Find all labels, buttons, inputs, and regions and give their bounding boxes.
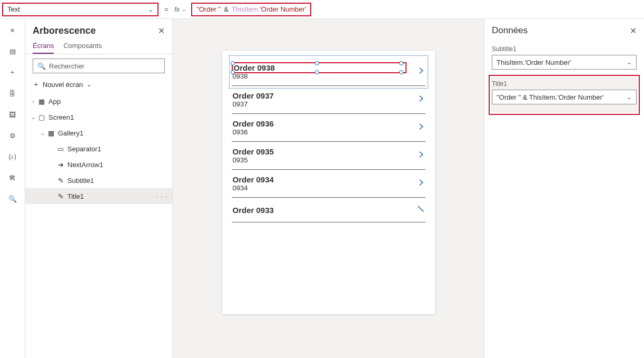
tree-view-icon[interactable]: ▤ xyxy=(5,45,20,57)
search-placeholder: Rechercher xyxy=(49,62,84,70)
tree-node-separator1[interactable]: ▭ Separator1 xyxy=(25,141,172,157)
chevron-down-icon: ⌄ xyxy=(148,6,153,13)
more-icon[interactable]: · · · xyxy=(156,192,168,200)
field-label: Subtitle1 xyxy=(492,45,637,53)
tree-node-gallery1[interactable]: ⌄ ▦ Gallery1 xyxy=(25,125,172,141)
selection-handle[interactable] xyxy=(399,70,403,74)
close-icon[interactable]: ✕ xyxy=(630,26,637,36)
fx-icon[interactable]: fx ⌄ xyxy=(174,5,186,13)
hamburger-icon[interactable]: ≡ xyxy=(5,24,20,36)
advanced-tools-icon[interactable]: 🛠 xyxy=(5,172,20,183)
variables-icon[interactable]: (𝑥) xyxy=(5,151,20,162)
gallery-item-subtitle: 0937 xyxy=(233,100,274,108)
next-arrow-icon[interactable] xyxy=(416,65,425,79)
gallery-item[interactable]: Order 09350935 xyxy=(232,142,425,170)
gallery-item-title[interactable]: Order 0938 xyxy=(233,63,276,72)
tree-node-subtitle1[interactable]: ✎ Subtitle1 xyxy=(25,172,172,188)
data-icon[interactable]: 🗄 xyxy=(5,88,20,99)
property-dropdown[interactable]: Text ⌄ xyxy=(2,3,158,16)
tab-screens[interactable]: Écrans xyxy=(33,42,54,54)
tab-components[interactable]: Composants xyxy=(63,42,102,54)
tree-node-nextarrow1[interactable]: ➔ NextArrow1 xyxy=(25,157,172,172)
chevron-down-icon: ⌄ xyxy=(86,81,92,88)
canvas[interactable]: Order 09380938Order 09370937Order 093609… xyxy=(173,19,484,358)
tree-view-title: Arborescence xyxy=(33,25,96,36)
arrow-icon: ➔ xyxy=(56,161,65,169)
gallery-item-title: Order 0934 xyxy=(233,175,274,184)
gallery-item[interactable]: Order 09360936 xyxy=(232,114,425,142)
gallery-item-title: Order 0933 xyxy=(233,206,274,215)
tree-list: › ▦ App ⌄ ▢ Screen1 ⌄ ▦ Gallery1 ▭ Separ… xyxy=(25,93,172,358)
left-rail: ≡ ▤ ＋ 🗄 🖼 ⚙ (𝑥) 🛠 🔍 xyxy=(0,19,25,358)
chevron-down-icon: ⌄ xyxy=(627,59,632,66)
separator-icon: ▭ xyxy=(56,145,65,153)
tree-tabs: Écrans Composants xyxy=(25,38,172,54)
field-dropdown-subtitle1[interactable]: ThisItem.'Order Number' ⌄ xyxy=(492,55,637,70)
chevron-down-icon: ⌄ xyxy=(39,130,46,136)
gallery-item-subtitle: 0935 xyxy=(233,156,274,164)
power-automate-icon[interactable]: ⚙ xyxy=(5,130,20,141)
close-icon[interactable]: ✕ xyxy=(158,26,165,36)
screen-icon: ▢ xyxy=(37,113,46,121)
chevron-right-icon: › xyxy=(29,99,37,104)
property-dropdown-value: Text xyxy=(7,5,20,13)
gallery-item[interactable]: Order 09370937 xyxy=(232,86,425,114)
selection-handle[interactable] xyxy=(315,61,319,65)
search-icon[interactable]: 🔍 xyxy=(5,193,20,205)
data-panel-title: Données xyxy=(492,25,528,36)
insert-icon[interactable]: ＋ xyxy=(5,66,20,78)
data-panel: Données ✕ Subtitle1 ThisItem.'Order Numb… xyxy=(484,19,644,358)
gallery-item-title: Order 0937 xyxy=(233,91,274,100)
label-icon: ✎ xyxy=(56,177,65,185)
formula-bar: Text ⌄ = fx ⌄ "Order " & ThisItem. 'Orde… xyxy=(0,0,644,19)
gallery-item-subtitle: 0934 xyxy=(233,184,274,192)
app-icon: ▦ xyxy=(37,98,46,105)
next-arrow-icon[interactable] xyxy=(416,121,425,134)
tree-node-title1[interactable]: ✎ Title1 · · · xyxy=(25,188,172,204)
search-icon: 🔍 xyxy=(37,62,46,70)
gallery-item-title: Order 0936 xyxy=(233,119,274,128)
selection-handle[interactable] xyxy=(231,61,235,65)
field-label: Title1 xyxy=(492,80,637,88)
gallery-item[interactable]: Order 09340934 xyxy=(232,170,425,198)
tree-node-app[interactable]: › ▦ App xyxy=(25,93,172,109)
next-arrow-icon[interactable] xyxy=(416,177,425,190)
equals-sign: = xyxy=(158,5,174,13)
tree-search-input[interactable]: 🔍 Rechercher xyxy=(33,59,165,73)
gallery-item[interactable]: Order 0933 xyxy=(232,198,425,222)
new-screen-button[interactable]: ＋ Nouvel écran ⌄ xyxy=(25,78,172,93)
app-preview: Order 09380938Order 09370937Order 093609… xyxy=(222,51,435,314)
field-subtitle1: Subtitle1 ThisItem.'Order Number' ⌄ xyxy=(492,45,637,70)
next-arrow-icon[interactable] xyxy=(416,93,425,107)
gallery-icon: ▦ xyxy=(46,129,56,137)
field-dropdown-title1[interactable]: "Order " & ThisItem.'Order Number' ⌄ xyxy=(492,90,637,104)
field-title1: Title1 "Order " & ThisItem.'Order Number… xyxy=(491,77,638,113)
chevron-down-icon: ⌄ xyxy=(29,114,37,120)
chevron-down-icon: ⌄ xyxy=(627,93,632,101)
selection-handle[interactable] xyxy=(231,70,235,74)
gallery-item-title: Order 0935 xyxy=(233,147,274,156)
media-icon[interactable]: 🖼 xyxy=(5,109,20,120)
selection-handle[interactable] xyxy=(399,61,403,65)
next-arrow-icon[interactable] xyxy=(416,149,425,162)
chevron-down-icon: ⌄ xyxy=(182,6,186,12)
tree-node-screen1[interactable]: ⌄ ▢ Screen1 xyxy=(25,109,172,125)
gallery-item[interactable]: Order 09380938 xyxy=(232,58,425,86)
tree-view-panel: Arborescence ✕ Écrans Composants 🔍 Reche… xyxy=(25,19,173,358)
selection-handle[interactable] xyxy=(315,70,319,74)
formula-input[interactable]: "Order " & ThisItem. 'Order Number' xyxy=(191,3,311,16)
plus-icon: ＋ xyxy=(33,80,39,89)
next-arrow-icon[interactable] xyxy=(416,203,425,217)
gallery-item-subtitle: 0936 xyxy=(233,128,274,136)
label-icon: ✎ xyxy=(56,192,65,200)
